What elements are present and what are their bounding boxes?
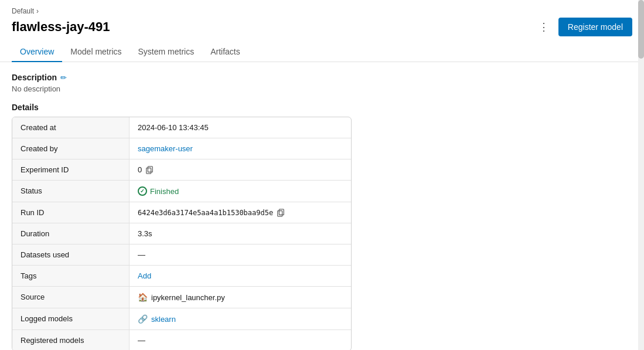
copy-run-id-icon[interactable] [277,209,285,217]
page-header: Default › flawless-jay-491 ⋮ Register mo… [0,0,644,62]
main-content: Description ✏ No description Details Cre… [0,62,644,350]
table-row: Datasets used — [12,244,351,266]
description-header: Description ✏ [12,73,632,82]
row-value-registered-models: — [130,330,351,350]
table-row: Tags Add [12,266,351,287]
logged-models-icon: 🔗 [138,314,148,324]
svg-rect-3 [278,210,282,216]
no-description-text: No description [12,84,632,93]
source-home-icon: 🏠 [138,293,148,302]
row-label-created-at: Created at [12,117,130,138]
row-value-run-id: 6424e3d6a3174e5aa4a1b1530baa9d5e [130,202,351,223]
table-row: Run ID 6424e3d6a3174e5aa4a1b1530baa9d5e [12,202,351,223]
row-label-logged-models: Logged models [12,308,130,329]
table-row: Registered models — [12,330,351,350]
tab-overview[interactable]: Overview [12,42,62,62]
row-label-experiment-id: Experiment ID [12,159,130,180]
scrollbar-thumb[interactable] [638,0,644,59]
details-table: Created at 2024-06-10 13:43:45 Created b… [12,117,352,350]
row-value-logged-models: 🔗 sklearn [130,308,351,329]
logged-model-link[interactable]: sklearn [151,315,176,324]
row-value-source: 🏠 ipykernel_launcher.py [130,287,351,308]
page-wrapper: Default › flawless-jay-491 ⋮ Register mo… [0,0,644,350]
register-model-button[interactable]: Register model [558,18,632,36]
tab-system-metrics[interactable]: System metrics [130,42,203,62]
breadcrumb-parent[interactable]: Default [12,7,34,15]
table-row: Experiment ID 0 [12,159,351,181]
table-row: Duration 3.3s [12,223,351,244]
table-row: Created by sagemaker-user [12,138,351,159]
row-label-created-by: Created by [12,138,130,159]
breadcrumb: Default › [12,7,632,15]
table-row: Source 🏠 ipykernel_launcher.py [12,287,351,308]
page-title: flawless-jay-491 [12,19,110,35]
row-value-experiment-id: 0 [130,159,351,180]
finished-status-icon [138,186,147,196]
add-tag-link[interactable]: Add [138,271,151,280]
table-row: Logged models 🔗 sklearn [12,308,351,330]
row-label-duration: Duration [12,223,130,244]
page-title-row: flawless-jay-491 ⋮ Register model [12,18,632,36]
row-label-source: Source [12,287,130,308]
menu-dots-button[interactable]: ⋮ [534,18,554,36]
source-text: ipykernel_launcher.py [151,293,225,302]
row-label-run-id: Run ID [12,202,130,223]
row-value-created-by: sagemaker-user [130,138,351,159]
row-value-datasets-used: — [130,244,351,265]
tab-artifacts[interactable]: Artifacts [202,42,248,62]
table-row: Created at 2024-06-10 13:43:45 [12,117,351,138]
row-value-tags: Add [130,266,351,286]
datasets-used-text: — [138,250,145,259]
svg-rect-2 [280,209,284,215]
copy-experiment-id-icon[interactable] [145,166,154,174]
svg-rect-0 [148,166,153,172]
scrollbar-track[interactable] [638,0,644,350]
registered-models-text: — [138,336,145,345]
duration-text: 3.3s [138,229,152,238]
svg-rect-1 [146,168,151,174]
row-label-tags: Tags [12,266,130,286]
status-text: Finished [150,187,179,196]
row-label-datasets-used: Datasets used [12,244,130,265]
row-value-status: Finished [130,181,351,202]
details-title: Details [12,103,632,112]
created-at-text: 2024-06-10 13:43:45 [138,123,209,132]
row-value-duration: 3.3s [130,223,351,244]
edit-description-icon[interactable]: ✏ [60,73,67,82]
tabs-bar: Overview Model metrics System metrics Ar… [12,42,632,62]
run-id-text: 6424e3d6a3174e5aa4a1b1530baa9d5e [138,209,273,217]
row-value-created-at: 2024-06-10 13:43:45 [130,117,351,138]
breadcrumb-separator: › [36,7,39,15]
created-by-link[interactable]: sagemaker-user [138,144,193,153]
description-title: Description [12,73,57,82]
table-row: Status Finished [12,181,351,202]
status-badge: Finished [138,186,179,196]
row-label-status: Status [12,181,130,202]
header-actions: ⋮ Register model [534,18,632,36]
experiment-id-text: 0 [138,165,142,174]
row-label-registered-models: Registered models [12,330,130,350]
tab-model-metrics[interactable]: Model metrics [62,42,130,62]
